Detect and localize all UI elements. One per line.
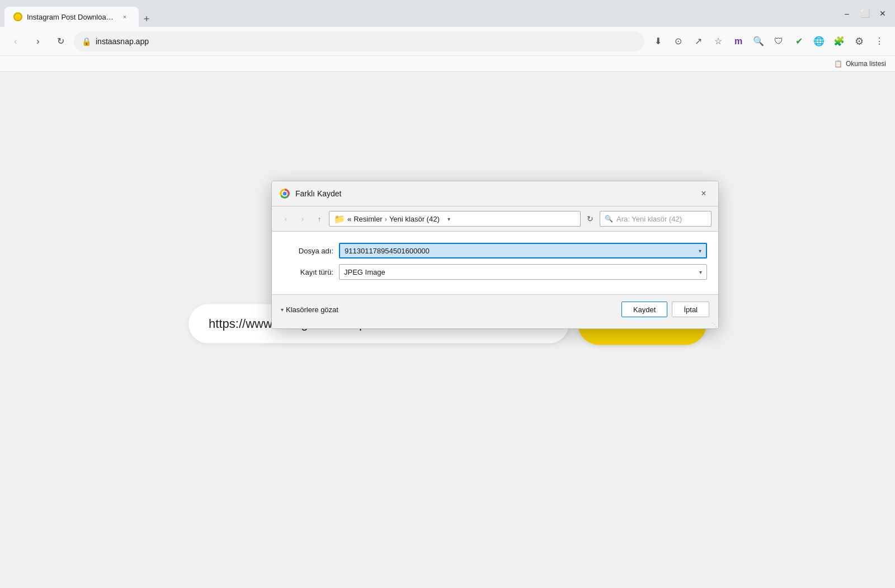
cancel-button[interactable]: İptal xyxy=(672,302,709,317)
dialog-actions: Kaydet İptal xyxy=(621,302,709,317)
forward-button[interactable]: › xyxy=(29,32,47,50)
filename-row: Dosya adı: 911301178954501600000 ▾ xyxy=(283,243,707,258)
dialog-refresh-button[interactable]: ↻ xyxy=(583,211,597,226)
browser-frame: Instagram Post Downloader × + – ⬜ ✕ ‹ › … xyxy=(0,0,895,588)
check-icon[interactable]: ✔ xyxy=(790,32,808,50)
reading-list-bar: 📋 Okuma listesi xyxy=(0,56,895,72)
dialog-body: Dosya adı: 911301178954501600000 ▾ Kayıt… xyxy=(272,232,718,294)
breadcrumb-folder-icon: 📁 xyxy=(334,214,345,224)
nav-bar: ‹ › ↻ 🔒 instaasnap.app ⬇ ⊙ ↗ ☆ m 🔍 🛡 ✔ 🌐… xyxy=(0,27,895,56)
breadcrumb-resimler: Resimler xyxy=(354,215,382,223)
page-content: https://www.instagram.com/p/CWbR8ErN1hR/… xyxy=(0,72,895,588)
translate-icon[interactable]: ⊙ xyxy=(669,32,687,50)
tab-bar: Instagram Post Downloader × + xyxy=(4,0,154,27)
dialog-search-box[interactable]: 🔍 Ara: Yeni klasör (42) xyxy=(600,211,712,227)
dialog-resize-handle[interactable]: ⋱ xyxy=(272,324,718,328)
dialog-title-bar: Farklı Kaydet × xyxy=(272,181,718,206)
dialog-search-icon: 🔍 xyxy=(605,215,613,223)
dialog-forward-button[interactable]: › xyxy=(295,211,310,226)
breadcrumb-folder: Yeni klasör (42) xyxy=(389,215,440,223)
filetype-chevron-icon[interactable]: ▾ xyxy=(699,269,702,275)
tab-favicon xyxy=(13,12,22,21)
bookmark-icon[interactable]: ☆ xyxy=(709,32,727,50)
folders-toggle[interactable]: ▾ Klasörlere gözat xyxy=(281,305,338,314)
breadcrumb-chevron[interactable]: ▾ xyxy=(443,213,455,225)
dialog-nav: ‹ › ↑ 📁 « Resimler › Yeni klasör (42) ▾ … xyxy=(272,206,718,232)
globe-icon[interactable]: 🌐 xyxy=(810,32,828,50)
maximize-button[interactable]: ⬜ xyxy=(857,6,873,21)
dialog-back-button[interactable]: ‹ xyxy=(279,211,293,226)
save-button[interactable]: Kaydet xyxy=(621,302,667,317)
filename-chevron-icon[interactable]: ▾ xyxy=(699,248,701,254)
minimize-button[interactable]: – xyxy=(839,6,855,21)
chrome-icon xyxy=(280,189,290,199)
address-bar[interactable]: 🔒 instaasnap.app xyxy=(74,31,644,51)
reading-list-label: Okuma listesi xyxy=(846,60,886,68)
filename-input[interactable]: 911301178954501600000 ▾ xyxy=(339,243,707,258)
filetype-value: JPEG Image xyxy=(344,268,699,276)
back-button[interactable]: ‹ xyxy=(7,32,25,50)
breadcrumb-separator: « xyxy=(347,215,351,223)
chrome-favicon xyxy=(280,189,290,199)
filetype-label: Kayıt türü: xyxy=(283,268,333,276)
resize-grip-icon: ⋱ xyxy=(712,322,717,328)
title-bar: Instagram Post Downloader × + – ⬜ ✕ xyxy=(0,0,895,27)
dialog-search-placeholder: Ara: Yeni klasör (42) xyxy=(616,215,682,223)
tab-title: Instagram Post Downloader xyxy=(27,13,115,21)
dialog-up-button[interactable]: ↑ xyxy=(312,211,327,226)
tab-close-button[interactable]: × xyxy=(120,12,130,22)
folders-toggle-label: Klasörlere gözat xyxy=(286,305,338,314)
address-text: instaasnap.app xyxy=(96,37,637,46)
active-tab[interactable]: Instagram Post Downloader × xyxy=(4,7,139,27)
toolbar-icons: ⬇ ⊙ ↗ ☆ m 🔍 🛡 ✔ 🌐 🧩 ⚙ ⋮ xyxy=(649,32,888,50)
dialog-title-text: Farklı Kaydet xyxy=(295,189,691,198)
m-extension-icon[interactable]: m xyxy=(729,32,747,50)
breadcrumb-arrow: › xyxy=(385,215,387,223)
new-tab-button[interactable]: + xyxy=(139,11,154,27)
refresh-button[interactable]: ↻ xyxy=(51,32,69,50)
lock-icon: 🔒 xyxy=(82,37,91,46)
menu-icon[interactable]: ⋮ xyxy=(870,32,888,50)
download-icon[interactable]: ⬇ xyxy=(649,32,667,50)
settings-icon[interactable]: ⚙ xyxy=(850,32,868,50)
puzzle-icon[interactable]: 🧩 xyxy=(830,32,848,50)
filename-label: Dosya adı: xyxy=(283,247,333,255)
reading-list-icon: 📋 xyxy=(834,60,842,68)
filename-value: 911301178954501600000 xyxy=(345,247,699,255)
shield-icon[interactable]: 🛡 xyxy=(770,32,788,50)
close-button[interactable]: ✕ xyxy=(875,6,891,21)
window-controls: – ⬜ ✕ xyxy=(839,6,891,21)
filetype-select[interactable]: JPEG Image ▾ xyxy=(339,264,707,280)
share-icon[interactable]: ↗ xyxy=(689,32,707,50)
breadcrumb-bar: 📁 « Resimler › Yeni klasör (42) ▾ xyxy=(329,211,581,227)
filetype-row: Kayıt türü: JPEG Image ▾ xyxy=(283,264,707,280)
folders-toggle-icon: ▾ xyxy=(281,307,284,313)
search-icon[interactable]: 🔍 xyxy=(750,32,767,50)
save-dialog: Farklı Kaydet × ‹ › ↑ 📁 « Resimler › Yen… xyxy=(271,181,719,329)
dialog-close-button[interactable]: × xyxy=(697,187,710,200)
dialog-footer: ▾ Klasörlere gözat Kaydet İptal xyxy=(272,294,718,324)
